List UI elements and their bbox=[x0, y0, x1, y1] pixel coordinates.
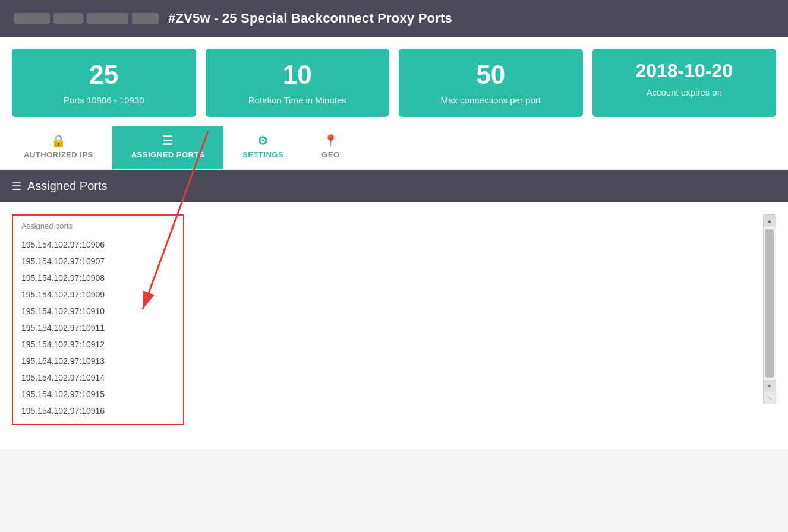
lock-icon: 🔒 bbox=[51, 135, 67, 147]
location-icon: 📍 bbox=[323, 135, 339, 147]
scroll-thumb bbox=[765, 229, 774, 378]
ports-annotation-box: Assigned ports 195.154.102.97:10906195.1… bbox=[12, 214, 184, 425]
section-title: Assigned Ports bbox=[27, 179, 108, 193]
scrollbar[interactable]: ▲ ▼ ⤡ bbox=[763, 214, 776, 404]
stat-card-expiry: 2018-10-20 Account expires on bbox=[592, 49, 777, 117]
stat-card-rotation: 10 Rotation Time in Minutes bbox=[206, 49, 390, 117]
stat-value-connections: 50 bbox=[408, 61, 573, 89]
port-item: 195.154.102.97:10913 bbox=[21, 353, 175, 369]
tab-assigned-ports[interactable]: ☰ ASSIGNED PORTS bbox=[112, 126, 223, 169]
stat-card-ports: 25 Ports 10906 - 10930 bbox=[12, 49, 196, 117]
ports-list[interactable]: 195.154.102.97:10906195.154.102.97:10907… bbox=[13, 234, 183, 424]
section-list-icon: ☰ bbox=[12, 180, 21, 193]
port-item: 195.154.102.97:10909 bbox=[21, 286, 175, 303]
main-content: ☰ Assigned Ports Assigned ports 195.154.… bbox=[0, 170, 788, 449]
stat-label-expiry: Account expires on bbox=[602, 87, 767, 97]
tab-authorized-ips-label: AUTHORIZED IPS bbox=[24, 150, 93, 159]
stat-value-rotation: 10 bbox=[215, 61, 380, 89]
stat-value-ports: 25 bbox=[21, 61, 187, 89]
port-item: 195.154.102.97:10907 bbox=[21, 253, 175, 270]
tab-authorized-ips[interactable]: 🔒 AUTHORIZED IPS bbox=[5, 126, 112, 169]
content-area: Assigned ports 195.154.102.97:10906195.1… bbox=[0, 202, 788, 449]
tab-settings-label: SETTINGS bbox=[242, 150, 283, 159]
section-header: ☰ Assigned Ports bbox=[0, 170, 788, 202]
tab-settings[interactable]: ⚙ SETTINGS bbox=[223, 126, 302, 169]
assigned-ports-column-label: Assigned ports bbox=[13, 216, 183, 234]
port-item: 195.154.102.97:10908 bbox=[21, 270, 175, 286]
resize-handle-icon: ⤡ bbox=[764, 392, 776, 404]
port-item: 195.154.102.97:10911 bbox=[21, 319, 175, 336]
stats-row: 25 Ports 10906 - 10930 10 Rotation Time … bbox=[0, 37, 788, 126]
stat-label-ports: Ports 10906 - 10930 bbox=[21, 95, 187, 105]
stat-label-connections: Max connections per port bbox=[408, 95, 573, 105]
scroll-down-button[interactable]: ▼ bbox=[764, 380, 776, 392]
page-header: #ZV5w - 25 Special Backconnect Proxy Por… bbox=[0, 0, 788, 37]
gear-icon: ⚙ bbox=[257, 135, 269, 147]
port-item: 195.154.102.97:10916 bbox=[21, 403, 175, 419]
stat-card-connections: 50 Max connections per port bbox=[399, 49, 583, 117]
stat-value-expiry: 2018-10-20 bbox=[602, 61, 767, 81]
port-item: 195.154.102.97:10910 bbox=[21, 303, 175, 319]
list-icon: ☰ bbox=[162, 135, 174, 147]
port-item: 195.154.102.97:10906 bbox=[21, 236, 175, 253]
port-item: 195.154.102.97:10915 bbox=[21, 386, 175, 403]
page-title: #ZV5w - 25 Special Backconnect Proxy Por… bbox=[168, 11, 452, 26]
tab-geo[interactable]: 📍 GEO bbox=[302, 126, 358, 169]
stat-label-rotation: Rotation Time in Minutes bbox=[215, 95, 380, 105]
scroll-up-button[interactable]: ▲ bbox=[764, 215, 776, 227]
port-item: 195.154.102.97:10914 bbox=[21, 369, 175, 386]
tabs-row: 🔒 AUTHORIZED IPS ☰ ASSIGNED PORTS ⚙ SETT… bbox=[0, 126, 788, 170]
blurred-url bbox=[14, 13, 159, 24]
tab-assigned-ports-label: ASSIGNED PORTS bbox=[131, 150, 204, 159]
tab-geo-label: GEO bbox=[321, 150, 339, 159]
port-item: 195.154.102.97:10912 bbox=[21, 336, 175, 353]
